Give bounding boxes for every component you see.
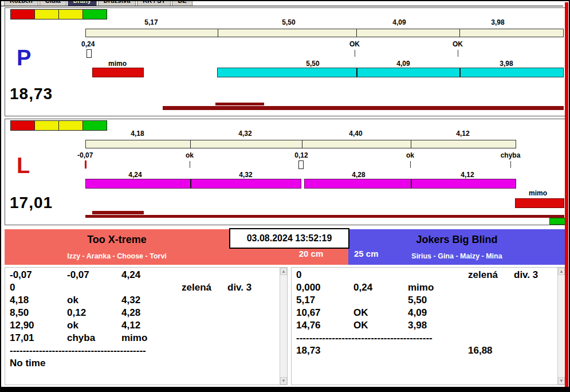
tab-de[interactable]: DE [172,1,192,6]
light-green [82,120,107,131]
light-yellow-2 [58,120,83,131]
progress-line [92,211,144,214]
cell: -0,07 [67,269,121,281]
cell: 10,67 [296,307,353,319]
cell: mimo [121,332,182,344]
mimo-bar [92,68,144,77]
table-row: 14,76OK3,98 [296,319,556,332]
tab-druzstva[interactable]: Družstva [98,1,136,6]
cell: 0,000 [296,281,353,294]
lane-p-panel: 5,17 5,50 4,09 3,98 0,24 OK OK mimo 5,50… [5,7,565,116]
edge-red-stripe [565,2,568,387]
app-window: Rozběh Čidla Dráhy Družstva RR / ST DE 5… [0,0,570,392]
tab-rr-st[interactable]: RR / ST [137,1,171,6]
table-row: 8,500,124,28 [10,307,278,319]
team-right-scrollbar[interactable]: ▲ ▼ [557,268,565,385]
cell: 16,88 [468,344,514,357]
team-right-jump-height: 25 cm [354,249,379,258]
team-left-rows: -0,07-0,074,24 0zelenádiv. 3 4,18ok4,32 … [10,269,278,370]
table-row: 17,01chybamimo [10,332,278,344]
scroll-down-icon[interactable]: ▼ [280,377,287,385]
table-row: 12,90ok4,12 [10,319,278,332]
bar-label: 5,50 [306,60,319,68]
cell: OK [353,319,408,332]
team-left-jump-height: 20 cm [277,249,345,258]
team-right-results[interactable]: 0zelenádiv. 3 0,0000,24mimo 5,175,50 10,… [291,267,565,385]
cell: ok [67,294,121,307]
team-left-scrollbar[interactable]: ▲ ▼ [280,268,287,385]
bar-label: 4,24 [128,171,141,179]
table-row: 0zelenádiv. 3 [296,269,556,281]
ruler-label: 4,12 [456,130,469,138]
cell: 17,01 [10,332,67,344]
lane-p-run-bar [217,68,564,77]
team-left-results[interactable]: -0,07-0,074,24 0zelenádiv. 3 4,18ok4,32 … [5,267,288,385]
table-row: 10,67OK4,09 [296,307,556,319]
separator-line: ----------------------------------------… [296,332,556,344]
cell: div. 3 [227,281,251,294]
cell: 0,24 [353,281,408,294]
cell: div. 3 [514,269,538,281]
scroll-up-icon[interactable]: ▲ [558,268,565,275]
tab-drahy[interactable]: Dráhy [68,1,97,6]
teams-section: Too X-treme Izzy - Aranka - Choose - Tor… [5,228,565,386]
separator-line: ----------------------------------------… [10,344,278,357]
light-green [82,9,107,19]
cell: 0 [10,281,67,294]
tab-strip: Rozběh Čidla Dráhy Družstva RR / ST DE [1,1,563,6]
cell: chyba [67,332,121,344]
team-right-header: Jokers Big Blind Sirius - Gina - Maizy -… [348,229,565,265]
table-row: 4,18ok4,32 [10,294,278,307]
lane-p-status-lights [10,9,107,19]
diff-marker [298,160,304,169]
ruler-label: 4,09 [392,18,406,26]
cell: 4,24 [121,269,182,281]
cell: 0,12 [67,307,121,319]
scroll-down-icon[interactable]: ▼ [558,377,565,385]
totals-row: 18,7316,88 [296,344,556,357]
timestamp-box: 03.08.2024 13:52:19 [229,228,349,249]
cell: 4,12 [121,319,182,332]
start-diff-label: 0,24 [81,40,95,48]
ok-label: ok [186,151,194,159]
lane-p-letter: P [17,47,31,69]
table-row: 0,0000,24mimo [296,281,556,294]
table-row: -0,07-0,074,24 [10,269,278,281]
cell: 14,76 [296,319,353,332]
bar-label: 4,09 [396,60,410,68]
lane-l-run-bar [304,179,516,189]
bar-label: 4,32 [239,171,252,179]
ok-label: ok [406,151,414,159]
cell: 4,09 [408,307,468,319]
team-left-dogs: Izzy - Aranka - Choose - Torvi [5,252,229,260]
scroll-up-icon[interactable]: ▲ [280,268,287,275]
mimo-label: mimo [108,60,127,68]
cell: 5,50 [408,294,468,307]
tab-cidla[interactable]: Čidla [40,1,66,6]
mimo-label: mimo [529,189,547,197]
team-right-dogs: Sirius - Gina - Maizy - Mina [348,252,565,260]
tab-rozbeh[interactable]: Rozběh [4,1,38,6]
chyba-label: chyba [501,151,521,159]
diff-label: 0,12 [294,151,308,159]
green-indicator [549,218,566,225]
lane-l-letter: L [17,155,30,177]
bar-label: 4,12 [461,171,474,179]
cell: 18,73 [296,344,353,357]
ok-label: OK [349,40,360,48]
light-red [10,9,35,19]
cell: 12,90 [10,319,67,332]
cell: 4,18 [10,294,67,307]
progress-line [163,106,564,110]
ruler-label: 4,40 [349,130,362,138]
lane-l-status-lights [10,120,107,131]
lane-p-ruler [85,29,564,37]
bar-label: 3,98 [500,60,513,68]
ruler-label: 5,17 [144,18,158,26]
ok-label: OK [453,40,463,48]
team-left-footer: No time [10,357,278,370]
mimo-bar [515,198,564,208]
team-right-rows: 0zelenádiv. 3 0,0000,24mimo 5,175,50 10,… [296,269,556,357]
light-yellow-1 [34,9,59,19]
lane-l-run-bar [85,179,301,189]
